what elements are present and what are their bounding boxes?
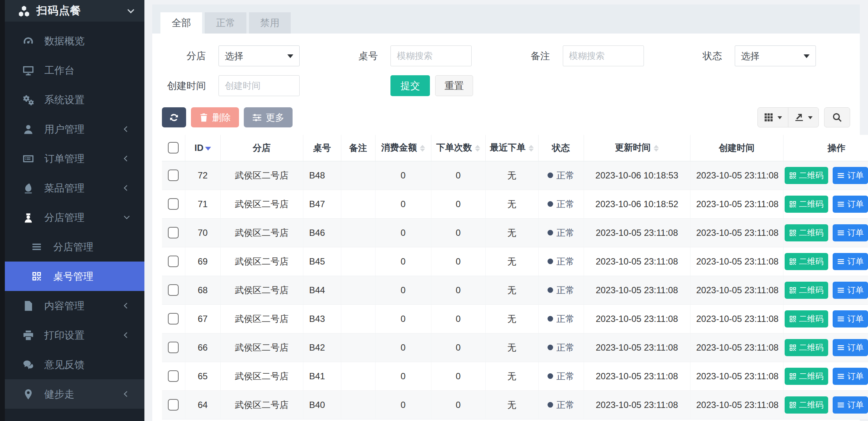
last-order-cell: 无 <box>485 218 538 247</box>
order-button[interactable]: 订单 <box>833 167 868 184</box>
order-button[interactable]: 订单 <box>833 196 868 213</box>
qrcode-button[interactable]: 二维码 <box>785 368 828 385</box>
created-cell: 2023-10-05 23:11:08 <box>690 161 783 190</box>
remark-cell <box>341 190 375 218</box>
order-button[interactable]: 订单 <box>833 339 868 356</box>
amount-cell: 0 <box>375 276 431 304</box>
header-cell[interactable]: ID <box>185 135 220 161</box>
columns-button[interactable] <box>757 107 788 127</box>
tab-正常[interactable]: 正常 <box>205 12 246 34</box>
checkbox-cell <box>162 161 185 190</box>
user-icon <box>23 124 40 135</box>
row-checkbox[interactable] <box>168 227 179 238</box>
status-select[interactable]: 选择 <box>735 45 816 66</box>
qrcode-button[interactable]: 二维码 <box>785 282 828 299</box>
sidebar-subitem[interactable]: 分店管理 <box>5 232 144 262</box>
row-checkbox[interactable] <box>168 256 179 267</box>
order-button[interactable]: 订单 <box>833 224 868 241</box>
row-checkbox[interactable] <box>168 313 179 325</box>
header-cell[interactable]: 更新时间 <box>584 135 690 161</box>
header-cell[interactable]: 最近下单 <box>485 135 538 161</box>
sidebar-item[interactable]: 分店管理 <box>5 203 144 232</box>
row-checkbox[interactable] <box>168 370 179 382</box>
created-input[interactable] <box>218 75 300 96</box>
sidebar-item[interactable]: 菜品管理 <box>5 173 144 203</box>
submit-button[interactable]: 提交 <box>390 75 430 96</box>
shop-cell: 武侯区二号店 <box>220 362 303 390</box>
table-no-input[interactable] <box>390 45 472 66</box>
qrcode-button[interactable]: 二维码 <box>785 253 828 270</box>
sidebar-item[interactable]: 数据概览 <box>5 26 144 56</box>
sidebar-item[interactable]: 用户管理 <box>5 114 144 144</box>
shop-select[interactable]: 选择 <box>218 45 300 66</box>
sidebar-item[interactable]: 打印设置 <box>5 320 144 350</box>
delete-button[interactable]: 删除 <box>191 107 239 127</box>
reset-button[interactable]: 重置 <box>435 75 473 96</box>
sidebar-item[interactable]: 健步走 <box>5 379 144 409</box>
order-button[interactable]: 订单 <box>833 253 868 270</box>
sidebar-subitem-label: 分店管理 <box>53 240 129 254</box>
status-badge: 正常 <box>556 314 574 324</box>
chevron-down-icon <box>124 213 130 219</box>
shop-cell: 武侯区二号店 <box>220 218 303 247</box>
qrcode-icon <box>789 401 797 409</box>
orders-cell: 0 <box>431 304 485 333</box>
updated-cell: 2023-10-05 23:11:08 <box>584 333 690 362</box>
sidebar-item-label: 菜品管理 <box>44 181 125 195</box>
header-cell[interactable]: 消费金额 <box>375 135 431 161</box>
status-badge: 正常 <box>556 371 574 381</box>
sliders-icon <box>252 113 262 123</box>
amount-cell: 0 <box>375 333 431 362</box>
row-checkbox[interactable] <box>168 342 179 353</box>
status-cell: 正常 <box>538 390 584 419</box>
orders-cell: 0 <box>431 276 485 304</box>
sidebar-item[interactable]: 工作台 <box>5 56 144 85</box>
status-badge: 正常 <box>556 256 574 266</box>
qrcode-button[interactable]: 二维码 <box>785 310 828 327</box>
header-cell[interactable]: 下单次数 <box>431 135 485 161</box>
qrcode-button[interactable]: 二维码 <box>785 196 828 213</box>
select-all-checkbox[interactable] <box>168 142 179 153</box>
tab-全部[interactable]: 全部 <box>160 12 202 34</box>
row-checkbox[interactable] <box>168 198 179 210</box>
qrcode-button[interactable]: 二维码 <box>785 396 828 414</box>
actions-cell: 二维码 订单 <box>783 362 868 390</box>
sidebar-subitem[interactable]: 桌号管理 <box>5 262 144 291</box>
order-button[interactable]: 订单 <box>833 396 868 414</box>
qrcode-button[interactable]: 二维码 <box>785 339 828 356</box>
order-button[interactable]: 订单 <box>833 282 868 299</box>
orders-cell: 0 <box>431 161 485 190</box>
order-button[interactable]: 订单 <box>833 368 868 385</box>
amount-cell: 0 <box>375 390 431 419</box>
sidebar-item-label: 数据概览 <box>44 34 129 48</box>
more-button[interactable]: 更多 <box>244 107 293 127</box>
row-checkbox[interactable] <box>168 170 179 181</box>
table-no-cell: B43 <box>303 304 341 333</box>
qrcode-button[interactable]: 二维码 <box>785 224 828 241</box>
tab-bar: 全部正常禁用 <box>152 4 860 34</box>
list-icon <box>837 172 845 179</box>
remark-input[interactable] <box>563 45 644 66</box>
orders-cell: 0 <box>431 362 485 390</box>
tab-禁用[interactable]: 禁用 <box>249 12 291 34</box>
search-button[interactable] <box>824 107 850 127</box>
table-no-cell: B48 <box>303 161 341 190</box>
refresh-button[interactable] <box>162 107 186 127</box>
order-icon <box>23 153 40 164</box>
row-checkbox[interactable] <box>168 399 179 411</box>
sidebar-item-label: 内容管理 <box>44 299 125 313</box>
order-button[interactable]: 订单 <box>833 310 868 327</box>
orders-cell: 0 <box>431 218 485 247</box>
sidebar-submenu: 分店管理 桌号管理 <box>5 232 144 291</box>
export-button[interactable] <box>788 107 819 127</box>
sidebar-header[interactable]: 扫码点餐 <box>5 0 144 22</box>
filter-form: 分店 选择 桌号 备注 状态 选择 <box>162 34 850 96</box>
sidebar-item[interactable]: 内容管理 <box>5 291 144 320</box>
row-checkbox[interactable] <box>168 284 179 296</box>
sidebar-item[interactable]: 意见反馈 <box>5 350 144 379</box>
sidebar-item[interactable]: 订单管理 <box>5 144 144 173</box>
qrcode-button[interactable]: 二维码 <box>785 167 828 184</box>
list-icon <box>837 287 845 294</box>
sidebar-item-label: 打印设置 <box>44 329 125 342</box>
sidebar-item[interactable]: 系统设置 <box>5 85 144 114</box>
